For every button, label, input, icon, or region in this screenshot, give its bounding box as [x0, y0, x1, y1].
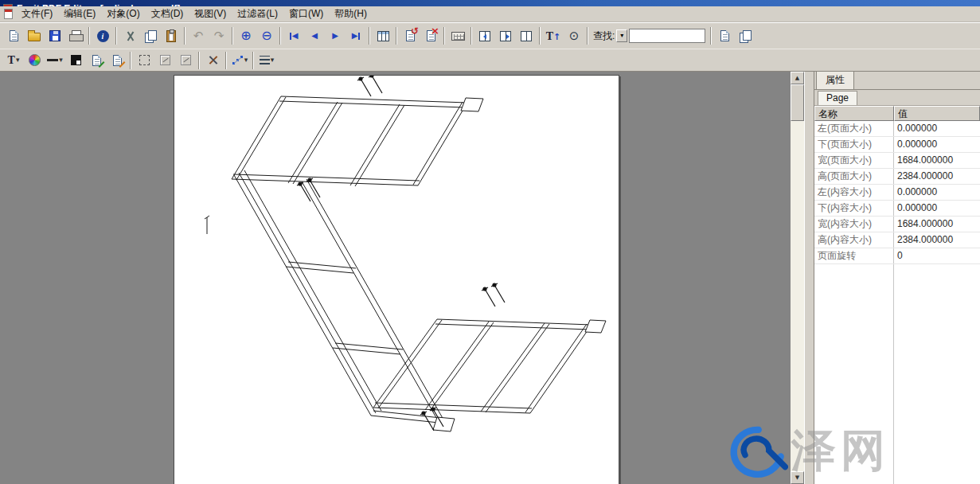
edit-form-icon — [111, 54, 123, 67]
undo-button[interactable]: ↶ — [188, 26, 209, 45]
property-value[interactable]: 1684.000000 — [894, 153, 980, 168]
page-form-button[interactable] — [373, 26, 393, 45]
property-value[interactable]: 2384.000000 — [894, 169, 980, 184]
next-page-button[interactable]: ▶ — [325, 26, 346, 45]
text-export-button[interactable]: T↑ — [543, 26, 564, 45]
previous-page-button[interactable]: ◀ — [304, 26, 325, 45]
column-header-name[interactable]: 名称 — [814, 106, 894, 121]
edit-form-button[interactable] — [107, 51, 127, 70]
scroll-up-icon: ▲ — [795, 76, 799, 81]
cut-button[interactable] — [119, 26, 140, 45]
property-value[interactable]: 0.000000 — [894, 201, 980, 216]
table-row[interactable]: 左(页面大小)0.000000 — [814, 121, 980, 137]
align-button[interactable]: ▾ — [256, 51, 277, 70]
menu-item-window[interactable]: 窗口(W) — [283, 6, 329, 22]
property-value[interactable]: 2384.000000 — [894, 232, 980, 248]
document-canvas[interactable] — [0, 72, 791, 484]
menu-item-object[interactable]: 对象(O) — [101, 6, 145, 22]
property-value[interactable]: 0.000000 — [894, 185, 980, 200]
table-row[interactable]: 高(内容大小)2384.000000 — [814, 232, 980, 248]
document-menu-icon[interactable] — [4, 9, 13, 19]
zoom-out-button[interactable]: ⊖ — [256, 26, 277, 45]
first-page-button[interactable]: ◀ — [283, 26, 304, 45]
scroll-up-button[interactable]: ▲ — [791, 72, 804, 84]
tab-page[interactable]: Page — [818, 91, 857, 105]
node-edit-button[interactable]: ▾ — [229, 51, 250, 70]
document-info-button[interactable]: i — [92, 26, 113, 45]
app-icon — [3, 4, 13, 6]
property-value[interactable]: 1684.000000 — [894, 217, 980, 232]
new-document-icon — [10, 30, 18, 41]
scrollbar-track[interactable] — [791, 84, 804, 471]
table-row[interactable]: 宽(页面大小)1684.000000 — [814, 153, 980, 169]
last-page-icon: ▶ — [352, 32, 361, 40]
delete-page-icon: × — [424, 29, 437, 42]
fill-style-button[interactable] — [65, 51, 86, 70]
zoom-in-button[interactable]: ⊕ — [236, 26, 256, 45]
toolbar-separator — [587, 27, 588, 45]
new-document-button[interactable] — [3, 26, 24, 45]
nodes-icon — [232, 55, 244, 65]
scroll-down-button[interactable]: ▼ — [791, 471, 804, 484]
menu-item-file[interactable]: 文件(F) — [16, 6, 58, 22]
vertical-scrollbar[interactable]: ▲ ▼ — [791, 72, 804, 484]
scroll-down-icon: ▼ — [795, 475, 799, 481]
insert-page-after-button[interactable] — [495, 26, 516, 45]
toolbar-separator — [198, 52, 200, 69]
save-button[interactable] — [45, 26, 65, 45]
tools-button[interactable] — [202, 51, 223, 70]
standard-toolbar: i ↶ ↷ ⊕ ⊖ ◀ ◀ ▶ ▶ ↺ × T↑ ⊙ 查找: ▾ — [0, 22, 980, 49]
menu-item-view[interactable]: 视图(V) — [189, 6, 232, 22]
find-options-button[interactable]: ▾ — [616, 29, 627, 42]
delete-page-button[interactable]: × — [420, 26, 441, 45]
property-value[interactable]: 0.000000 — [894, 121, 980, 136]
color-picker-button[interactable] — [24, 51, 45, 70]
menu-item-help[interactable]: 帮助(H) — [329, 6, 373, 22]
scale-object-button[interactable] — [175, 51, 196, 70]
chevron-down-icon: ▾ — [59, 57, 63, 64]
property-value[interactable]: 0 — [894, 248, 980, 263]
document-properties-button[interactable] — [714, 26, 735, 45]
property-value[interactable]: 0.000000 — [894, 137, 980, 152]
undo-icon: ↶ — [193, 30, 204, 42]
menu-item-filter[interactable]: 过滤器(L) — [232, 6, 283, 22]
column-header-value[interactable]: 值 — [894, 106, 980, 121]
find-group: 查找: ▾ — [593, 29, 705, 43]
insert-page-before-button[interactable] — [474, 26, 495, 45]
select-tool-button[interactable] — [134, 51, 154, 70]
pdf-page[interactable] — [174, 75, 619, 484]
open-file-button[interactable] — [24, 26, 45, 45]
print-button[interactable] — [65, 26, 86, 45]
rotate-page-button[interactable]: ↺ — [400, 26, 420, 45]
line-tool-button[interactable]: ▾ — [45, 51, 65, 70]
menu-item-edit[interactable]: 编辑(E) — [58, 6, 101, 22]
about-button[interactable]: ⊙ — [564, 26, 584, 45]
table-row[interactable]: 页面旋转0 — [814, 248, 980, 264]
scrollbar-thumb[interactable] — [791, 84, 804, 121]
panel-splitter[interactable] — [804, 72, 814, 484]
rotate-object-icon — [160, 55, 170, 65]
cut-icon — [124, 30, 136, 42]
rotate-object-button[interactable] — [154, 51, 175, 70]
menu-item-document[interactable]: 文档(D) — [146, 6, 189, 22]
text-tool-button[interactable]: T▾ — [3, 51, 24, 70]
property-name: 左(内容大小) — [814, 185, 894, 200]
text-tool-icon: T — [8, 54, 15, 67]
find-input[interactable] — [629, 29, 705, 43]
edit-object-button[interactable] — [86, 51, 107, 70]
print-icon — [69, 32, 82, 42]
copy-button[interactable] — [140, 26, 161, 45]
table-row[interactable]: 下(内容大小)0.000000 — [814, 201, 980, 217]
properties-tab[interactable]: 属性 — [816, 71, 854, 89]
keyboard-button[interactable] — [447, 26, 468, 45]
property-name: 页面旋转 — [814, 248, 894, 263]
split-page-button[interactable] — [516, 26, 537, 45]
document-pages-button[interactable] — [735, 26, 755, 45]
table-row[interactable]: 高(页面大小)2384.000000 — [814, 169, 980, 185]
table-row[interactable]: 左(内容大小)0.000000 — [814, 185, 980, 201]
table-row[interactable]: 宽(内容大小)1684.000000 — [814, 217, 980, 232]
redo-button[interactable]: ↷ — [209, 26, 229, 45]
paste-button[interactable] — [161, 26, 182, 45]
last-page-button[interactable]: ▶ — [346, 26, 366, 45]
table-row[interactable]: 下(页面大小)0.000000 — [814, 137, 980, 153]
